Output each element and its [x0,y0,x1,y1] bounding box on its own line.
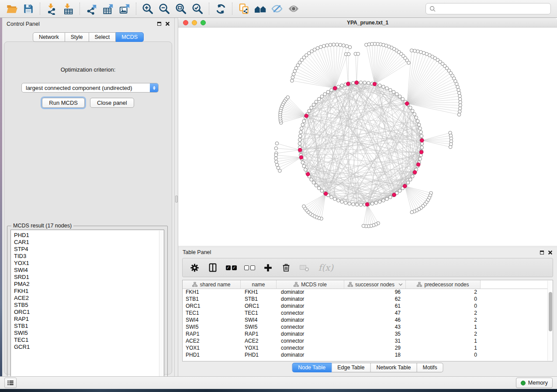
mcds-result-group: MCDS result (17 nodes) PHD1CAR1STP4TID3Y… [7,226,168,389]
column-header-name[interactable]: name [241,280,277,289]
tab-style[interactable]: Style [65,32,89,42]
control-panel-title: Control Panel [7,21,40,27]
import-table-button[interactable] [60,1,76,16]
tab-motifs[interactable]: Motifs [417,363,443,372]
import-table-icon [62,3,74,15]
table-row[interactable]: TEC1TEC1connector472 [183,310,553,317]
mcds-list-scrollbar[interactable] [159,230,164,385]
mcds-result-item[interactable]: ORC1 [14,309,164,316]
tab-select[interactable]: Select [89,32,116,42]
mcds-result-item[interactable]: PMA2 [14,281,164,288]
mcds-result-item[interactable]: ACE2 [14,295,164,302]
close-panel-icon[interactable] [165,21,170,26]
export-network-button[interactable] [83,1,100,16]
column-header-shared-name[interactable]: shared name [183,280,241,289]
table-cell: FKH1 [241,289,277,296]
export-image-button[interactable] [116,1,133,16]
refresh-view-button[interactable] [212,1,229,16]
tab-network-table[interactable]: Network Table [371,363,417,372]
mcds-result-item[interactable]: TID3 [14,253,164,260]
toolbar-separator [80,3,80,15]
mcds-result-item[interactable]: RAP1 [14,316,164,323]
import-network-button[interactable] [43,1,60,16]
tab-node-table[interactable]: Node Table [292,363,332,372]
mcds-result-item[interactable]: CAR1 [14,239,164,246]
float-panel-icon[interactable] [157,22,161,26]
deselect-all-rows-button[interactable]: ✓✓ [244,261,255,274]
zoom-selected-button[interactable] [189,1,206,16]
export-table-icon [102,3,114,15]
mcds-result-item[interactable]: PHD1 [14,232,164,239]
delete-column-button[interactable] [280,261,292,274]
table-cell: 31 [344,338,406,345]
add-column-button[interactable] [262,261,273,274]
mcds-result-list[interactable]: PHD1CAR1STP4TID3YOX1SWI4SRD1PMA2FKH1ACE2… [10,230,164,385]
tab-network[interactable]: Network [33,32,65,42]
table-row[interactable]: SWI5SWI5connector431 [183,324,553,331]
open-file-button[interactable] [3,1,20,16]
select-all-rows-button[interactable]: ✓✓ [225,261,237,274]
control-panel: Control Panel NetworkStyleSelectMCDS Opt… [2,18,175,376]
tab-edge-table[interactable]: Edge Table [332,363,370,372]
mcds-result-item[interactable]: GCR1 [14,344,164,351]
search-field[interactable] [426,3,551,14]
export-table-button[interactable] [100,1,116,16]
close-panel-button[interactable]: Close panel [90,98,134,108]
close-panel-icon[interactable] [548,250,553,255]
table-row[interactable]: RAP1RAP1dominator352 [183,331,553,338]
column-header-predecessor-nodes[interactable]: predecessor nodes [406,280,481,289]
float-panel-icon[interactable] [540,251,544,254]
table-row[interactable]: SWI4SWI4dominator462 [183,317,553,324]
apply-function-button[interactable]: f(x) [317,261,335,274]
mcds-result-item[interactable]: STB5 [14,302,164,309]
criterion-select[interactable]: largest connected component (undirected) [21,83,159,93]
vertical-splitter[interactable] [175,18,178,376]
network-canvas[interactable] [178,28,557,246]
column-header-mcds-role[interactable]: MCDS role [277,280,344,289]
table-scrollbar[interactable] [547,281,553,361]
table-row[interactable]: STB1STB1dominator620 [183,296,553,303]
column-header-successor-nodes[interactable]: successor nodes [344,280,406,289]
copy-style-button[interactable] [235,1,252,16]
mcds-result-item[interactable]: STB1 [14,323,164,330]
mcds-result-item[interactable]: FKH1 [14,288,164,295]
table-row[interactable]: PHD1PHD1dominator180 [183,352,553,359]
memory-button[interactable]: Memory [516,378,553,388]
table-row[interactable]: ORC1ORC1dominator610 [183,303,553,310]
mcds-result-item[interactable]: SWI5 [14,330,164,337]
mcds-result-item[interactable]: SWI4 [14,267,164,274]
zoom-out-button[interactable] [156,1,173,16]
run-mcds-button[interactable]: Run MCDS [42,98,85,108]
control-panel-titlebar: Control Panel [2,18,174,30]
format-columns-button[interactable] [207,261,218,274]
table-cell: connector [277,324,344,331]
tab-mcds[interactable]: MCDS [116,32,144,42]
table-cell: 0 [406,303,481,310]
checked-boxes-icon: ✓✓ [226,265,237,270]
mcds-result-item[interactable]: SRD1 [14,274,164,281]
first-neighbors-button[interactable] [252,1,269,16]
mcds-result-item[interactable]: YOX1 [14,260,164,267]
destroy-table-button[interactable] [299,261,310,274]
scrollbar-thumb[interactable] [549,292,552,331]
search-input[interactable] [439,5,547,13]
desktop-wallpaper-bottom [0,389,557,392]
hide-selected-button[interactable] [269,1,285,16]
save-session-button[interactable] [20,1,37,16]
mcds-result-item[interactable]: TEC1 [14,337,164,344]
table-row[interactable]: ACE2ACE2connector311 [183,338,553,345]
open-folder-icon [6,3,18,15]
splitter-grip[interactable] [175,196,178,203]
zoom-in-button[interactable] [139,1,156,16]
column-header-label: successor nodes [355,282,394,288]
table-row[interactable]: YOX1YOX1connector291 [183,345,553,352]
table-cell: dominator [277,331,344,338]
table-options-button[interactable] [189,261,200,274]
mcds-result-item[interactable]: STP4 [14,246,164,253]
table-row[interactable]: FKH1FKH1dominator962 [183,289,553,296]
table-cell: dominator [277,296,344,303]
shared-attribute-icon [192,282,197,287]
show-all-button[interactable] [285,1,302,16]
show-panels-button[interactable] [4,378,17,388]
zoom-fit-button[interactable] [173,1,189,16]
